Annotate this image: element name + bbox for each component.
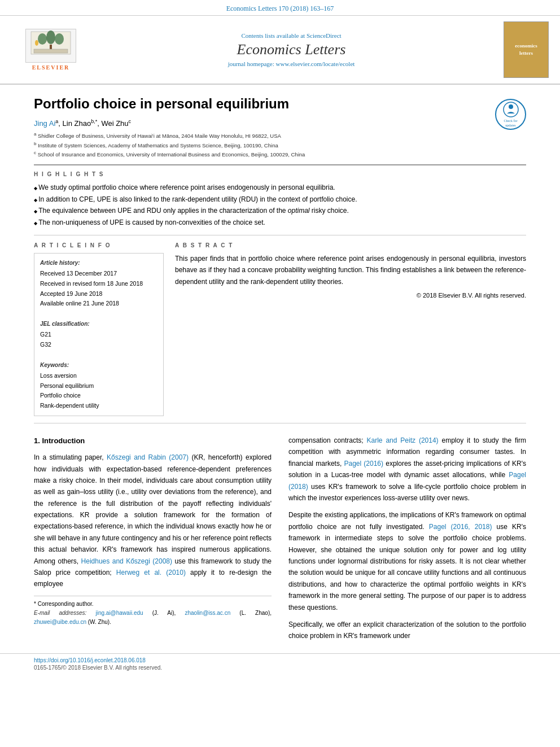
svg-point-1 xyxy=(38,33,47,45)
bottom-bar: https://doi.org/10.1016/j.econlet.2018.0… xyxy=(0,653,560,674)
homepage-line: journal homepage: www.elsevier.com/locat… xyxy=(90,60,492,67)
check-for-updates-badge: Check forupdates xyxy=(495,99,526,130)
journal-citation: Economics Letters 170 (2018) 163–167 xyxy=(226,5,334,12)
pagel-2016-2018-link[interactable]: Pagel (2016, 2018) xyxy=(429,523,492,531)
elsevier-wordmark: ELSEVIER xyxy=(32,64,70,71)
footnote-emails: E-mail addresses: jing.ai@hawaii.edu (J.… xyxy=(34,609,272,627)
affil-b: b Institute of System Sciences, Academy … xyxy=(34,141,526,150)
body-text-area: 1. Introduction In a stimulating paper, … xyxy=(34,435,526,642)
hk-citation-link[interactable]: Heidhues and Kőszegi (2008) xyxy=(81,557,172,565)
author3-sup: c xyxy=(129,119,132,124)
karle-citation-link[interactable]: Karle and Peitz (2014) xyxy=(367,436,439,444)
pagel2016-citation-link[interactable]: Pagel (2016) xyxy=(344,460,383,468)
email-zhao[interactable]: zhaolin@iss.ac.cn xyxy=(185,610,230,616)
abstract-column: A B S T R A C T This paper finds that in… xyxy=(175,242,526,416)
body-col-right: compensation contracts; Karle and Peitz … xyxy=(288,435,526,642)
intro-heading: 1. Introduction xyxy=(34,435,272,447)
sciencedirect-link[interactable]: ScienceDirect xyxy=(307,32,342,39)
journal-header: ELSEVIER Contents lists available at Sci… xyxy=(0,16,560,85)
highlight-item-3: The equivalence between UPE and RDU only… xyxy=(34,205,526,216)
jel-label: JEL classification: xyxy=(40,319,158,329)
keyword-2: Personal equilibrium xyxy=(40,381,158,391)
body-col-left: 1. Introduction In a stimulating paper, … xyxy=(34,435,272,642)
jel-code-1: G21 xyxy=(40,330,158,340)
highlights-list: We study optimal portfolio choice where … xyxy=(34,182,526,228)
accepted-date: Accepted 19 June 2018 xyxy=(40,289,158,299)
article-title: Portfolio choice in personal equilibrium xyxy=(34,96,526,112)
divider-2 xyxy=(34,235,526,235)
svg-rect-6 xyxy=(34,49,68,53)
copyright-line: © 2018 Elsevier B.V. All rights reserved… xyxy=(175,292,526,299)
divider-3 xyxy=(34,423,526,423)
pagel2018-citation-link[interactable]: Pagel (2018) xyxy=(288,471,526,490)
authors-line: Jing Aia, Lin Zhaob,*, Wei Zhuc xyxy=(34,119,526,128)
article-info-box: Article history: Received 13 December 20… xyxy=(34,253,164,416)
available-date: Available online 21 June 2018 xyxy=(40,299,158,309)
abstract-text: This paper finds that in portfolio choic… xyxy=(175,253,526,287)
received-revised-date: Received in revised form 18 June 2018 xyxy=(40,279,158,289)
article-info-column: A R T I C L E I N F O Article history: R… xyxy=(34,242,164,416)
herweg-citation-link[interactable]: Herweg et al. (2010) xyxy=(116,569,186,576)
abstract-label: A B S T R A C T xyxy=(175,242,526,248)
kr-citation-link[interactable]: Kőszegi and Rabin (2007) xyxy=(107,453,189,461)
email-ai[interactable]: jing.ai@hawaii.edu xyxy=(95,610,143,616)
keyword-4: Rank-dependent utility xyxy=(40,401,158,411)
jel-code-2: G32 xyxy=(40,340,158,350)
title-area: Check forupdates Portfolio choice in per… xyxy=(34,96,526,159)
divider-1 xyxy=(34,164,526,165)
intro-para-1: In a stimulating paper, Kőszegi and Rabi… xyxy=(34,452,272,590)
highlight-item-4: The non-uniqueness of UPE is caused by n… xyxy=(34,217,526,228)
author1-link[interactable]: Jing Ai xyxy=(34,119,55,128)
journal-cover-image: economics letters xyxy=(504,21,549,78)
svg-point-8 xyxy=(509,104,513,109)
journal-cover-area: economics letters xyxy=(492,21,549,78)
elsevier-logo: ELSEVIER xyxy=(11,29,90,71)
footnote-star: * Corresponding author. xyxy=(34,600,272,609)
affiliations: a Shidler College of Business, Universit… xyxy=(34,131,526,159)
affil-c: c School of Insurance and Economics, Uni… xyxy=(34,150,526,159)
journal-header-center: Contents lists available at ScienceDirec… xyxy=(90,32,492,67)
article-info-label: A R T I C L E I N F O xyxy=(34,242,164,248)
highlight-item-2: In addition to CPE, UPE is also linked t… xyxy=(34,194,526,205)
info-abstract-area: A R T I C L E I N F O Article history: R… xyxy=(34,242,526,416)
affil-a: a Shidler College of Business, Universit… xyxy=(34,131,526,140)
keyword-1: Loss aversion xyxy=(40,371,158,381)
svg-point-2 xyxy=(46,30,55,44)
svg-point-5 xyxy=(35,40,38,46)
received-date: Received 13 December 2017 xyxy=(40,269,158,279)
highlight-item-1: We study optimal portfolio choice where … xyxy=(34,182,526,193)
highlights-label: H I G H L I G H T S xyxy=(34,171,526,177)
history-label: Article history: xyxy=(40,258,158,268)
journal-title: Economics Letters xyxy=(90,41,492,58)
intro-para-3: Despite the existing applications, the i… xyxy=(288,509,526,613)
contents-link-line: Contents lists available at ScienceDirec… xyxy=(90,32,492,39)
author2-sup: b,* xyxy=(91,119,97,124)
highlights-section: H I G H L I G H T S We study optimal por… xyxy=(34,171,526,228)
keywords-label: Keywords: xyxy=(40,360,158,370)
intro-para-4: Specifically, we offer an explicit chara… xyxy=(288,619,526,642)
svg-point-3 xyxy=(55,33,64,45)
keyword-3: Portfolio choice xyxy=(40,391,158,401)
main-content: Check forupdates Portfolio choice in per… xyxy=(0,85,560,653)
footnotes-area: * Corresponding author. E-mail addresses… xyxy=(34,596,272,627)
intro-para-2: compensation contracts; Karle and Peitz … xyxy=(288,435,526,504)
doi-link[interactable]: https://doi.org/10.1016/j.econlet.2018.0… xyxy=(34,657,526,663)
elsevier-logo-area: ELSEVIER xyxy=(11,29,90,71)
elsevier-logo-graphic xyxy=(25,29,76,63)
issn-copyright: 0165-1765/© 2018 Elsevier B.V. All right… xyxy=(34,665,162,671)
journal-citation-bar: Economics Letters 170 (2018) 163–167 xyxy=(0,0,560,16)
svg-point-7 xyxy=(504,102,518,117)
email-zhu[interactable]: zhuwei@uibe.edu.cn xyxy=(34,619,86,625)
check-updates-area: Check forupdates xyxy=(495,99,526,130)
homepage-link[interactable]: www.elsevier.com/locate/ecolet xyxy=(276,60,355,67)
